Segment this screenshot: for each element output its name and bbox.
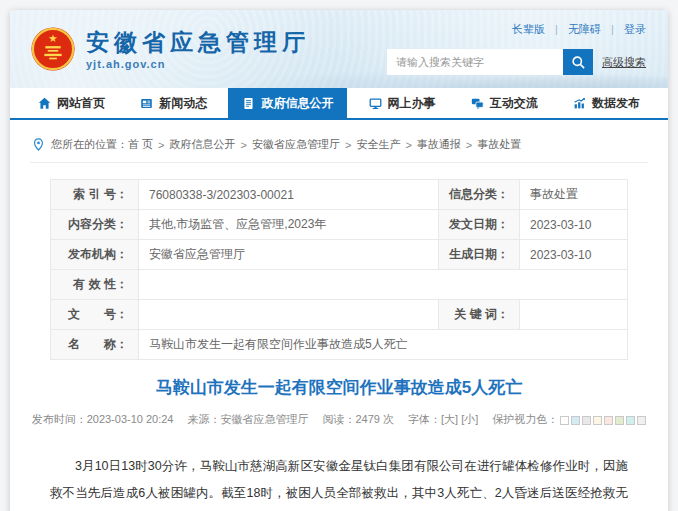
document-meta-table: 索 引 号： 76080338-3/202303-00021 信息分类： 事故处… [50, 179, 628, 360]
nav-item-gov-info-active[interactable]: 政府信息公开 [228, 88, 347, 118]
index-number-label: 索 引 号： [51, 180, 139, 210]
article-title: 马鞍山市发生一起有限空间作业事故造成5人死亡 [50, 376, 628, 399]
table-row: 内容分类： 其他,市场监管、应急管理,2023年 发文日期： 2023-03-1… [51, 210, 628, 240]
keywords-value [520, 300, 628, 330]
nav-item-data-release[interactable]: 数据发布 [559, 88, 654, 118]
eye-color-swatches [560, 416, 646, 425]
info-class-label: 信息分类： [439, 180, 520, 210]
content-class-value: 其他,市场监管、应急管理,2023年 [139, 210, 439, 240]
eye-color-swatch[interactable] [604, 416, 613, 425]
view-count: 阅读：2479 次 [323, 412, 395, 427]
doc-number-value [139, 300, 439, 330]
search-bar: 高级搜索 [387, 49, 646, 75]
nav-item-online-services[interactable]: 网上办事 [355, 88, 450, 118]
breadcrumb-item-work-safety[interactable]: 安全生产 [356, 137, 400, 152]
table-row: 文 号： 关 键 词： [51, 300, 628, 330]
font-size-label: 字体： [408, 413, 441, 425]
article-meta-row: 发布时间：2023-03-10 20:24 来源：安徽省应急管理厅 阅读：247… [50, 412, 628, 427]
create-date-label: 生成日期： [439, 240, 520, 270]
breadcrumb-separator: > [466, 139, 472, 151]
publisher-value: 安徽省应急管理厅 [139, 240, 439, 270]
nav-item-news[interactable]: 新闻动态 [126, 88, 221, 118]
eye-color-swatch[interactable] [582, 416, 591, 425]
breadcrumb: 您所在的位置： 首 页 > 政府信息公开 > 安徽省应急管理厅 > 安全生产 >… [30, 126, 648, 163]
breadcrumb-item-gov-info[interactable]: 政府信息公开 [170, 137, 236, 152]
publish-time: 发布时间：2023-03-10 20:24 [32, 412, 174, 427]
eye-color-swatch[interactable] [615, 416, 624, 425]
content-class-label: 内容分类： [51, 210, 139, 240]
link-separator: | [555, 23, 558, 35]
elder-version-link[interactable]: 长辈版 [512, 23, 545, 35]
breadcrumb-separator: > [405, 139, 411, 151]
header-right: 长辈版 | 无障碍 | 登录 高级搜索 [387, 10, 668, 88]
nav-item-label: 新闻动态 [159, 95, 207, 112]
doc-number-label: 文 号： [51, 300, 139, 330]
publish-time-value: 2023-03-10 20:24 [87, 413, 174, 425]
nav-item-label: 互动交流 [490, 95, 538, 112]
main-nav: 网站首页 新闻动态 政府信息公开 网上办事 互动交流 [10, 88, 668, 120]
site-brand[interactable]: ★ 安徽省应急管理厅 yjt.ah.gov.cn [10, 10, 310, 88]
breadcrumb-prefix: 您所在的位置： [51, 137, 128, 152]
views-unit: 次 [383, 413, 394, 425]
svg-text:★: ★ [48, 32, 57, 44]
views-label: 阅读： [323, 413, 356, 425]
source-value: 安徽省应急管理厅 [221, 413, 309, 425]
news-icon [140, 97, 153, 110]
breadcrumb-item-accident-handling[interactable]: 事故处置 [477, 137, 521, 152]
breadcrumb-item-home[interactable]: 首 页 [128, 137, 153, 152]
search-input[interactable] [387, 49, 563, 75]
info-class-value: 事故处置 [520, 180, 628, 210]
brand-text: 安徽省应急管理厅 yjt.ah.gov.cn [86, 29, 310, 70]
table-row: 有 效 性： [51, 270, 628, 300]
article-body: 3月10日13时30分许，马鞍山市慈湖高新区安徽金星钛白集团有限公司在进行罐体检… [50, 453, 628, 511]
location-pin-icon [32, 138, 45, 151]
publisher-label: 发布机构： [51, 240, 139, 270]
table-row: 索 引 号： 76080338-3/202303-00021 信息分类： 事故处… [51, 180, 628, 210]
nav-item-label: 政府信息公开 [261, 95, 333, 112]
home-icon [38, 97, 51, 110]
source: 来源：安徽省应急管理厅 [188, 412, 309, 427]
article-paragraph: 3月10日13时30分许，马鞍山市慈湖高新区安徽金星钛白集团有限公司在进行罐体检… [50, 453, 628, 511]
advanced-search-link[interactable]: 高级搜索 [602, 55, 646, 70]
doc-title-label: 名 称： [51, 330, 139, 360]
chart-icon [573, 97, 586, 110]
create-date-value: 2023-03-10 [520, 240, 628, 270]
eye-color-swatch[interactable] [593, 416, 602, 425]
breadcrumb-separator: > [345, 139, 351, 151]
eye-color-swatch[interactable] [560, 416, 569, 425]
views-value: 2479 [356, 413, 380, 425]
nav-item-interaction[interactable]: 互动交流 [457, 88, 552, 118]
font-size-controls: 字体：[大] [小] [408, 412, 478, 427]
breadcrumb-item-accident-report[interactable]: 事故通报 [417, 137, 461, 152]
source-label: 来源： [188, 413, 221, 425]
eye-color-swatch[interactable] [626, 416, 635, 425]
top-utility-links: 长辈版 | 无障碍 | 登录 [512, 22, 646, 37]
eye-color-swatch[interactable] [637, 416, 646, 425]
nav-item-home[interactable]: 网站首页 [24, 88, 119, 118]
table-row: 名 称： 马鞍山市发生一起有限空间作业事故造成5人死亡 [51, 330, 628, 360]
content-area: 索 引 号： 76080338-3/202303-00021 信息分类： 事故处… [10, 179, 668, 511]
font-smaller-button[interactable]: [小] [461, 413, 478, 425]
publish-time-label: 发布时间： [32, 413, 87, 425]
site-url: yjt.ah.gov.cn [86, 58, 310, 70]
eye-color-swatch[interactable] [571, 416, 580, 425]
nav-item-label: 网站首页 [57, 95, 105, 112]
national-emblem-logo: ★ [30, 26, 76, 72]
breadcrumb-item-department[interactable]: 安徽省应急管理厅 [252, 137, 340, 152]
nav-item-label: 数据发布 [592, 95, 640, 112]
breadcrumb-separator: > [158, 139, 164, 151]
keywords-label: 关 键 词： [439, 300, 520, 330]
font-larger-button[interactable]: [大] [441, 413, 458, 425]
login-link[interactable]: 登录 [624, 23, 646, 35]
nav-item-label: 网上办事 [388, 95, 436, 112]
eye-protect-colors: 保护视力色： [492, 412, 646, 427]
search-button[interactable] [563, 49, 593, 75]
index-number-value: 76080338-3/202303-00021 [139, 180, 439, 210]
eye-protect-label: 保护视力色： [492, 413, 558, 425]
table-row: 发布机构： 安徽省应急管理厅 生成日期： 2023-03-10 [51, 240, 628, 270]
link-separator: | [611, 23, 614, 35]
site-header: ★ 安徽省应急管理厅 yjt.ah.gov.cn 长辈版 | 无障碍 | 登录 [10, 10, 668, 88]
site-title: 安徽省应急管理厅 [86, 29, 310, 55]
chat-icon [471, 97, 484, 110]
accessibility-link[interactable]: 无障碍 [568, 23, 601, 35]
